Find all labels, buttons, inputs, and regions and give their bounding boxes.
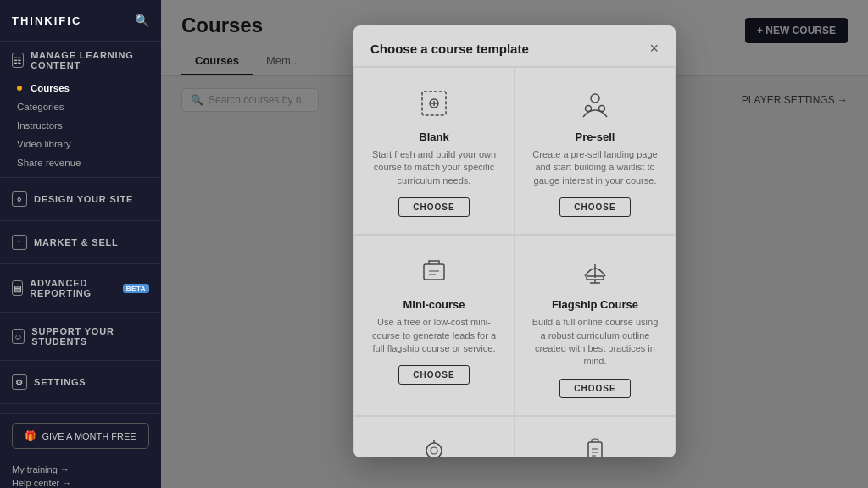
course-template-modal: Choose a course template ×: [353, 25, 676, 458]
blank-choose-button[interactable]: CHOOSE: [398, 197, 469, 217]
sidebar-item-reporting[interactable]: ▤ ADVANCED REPORTING BETA: [0, 269, 161, 307]
give-month-button[interactable]: 🎁 GIVE A MONTH FREE: [12, 423, 149, 449]
sidebar-item-share-revenue[interactable]: Share revenue: [0, 153, 161, 172]
minicourse-choose-button[interactable]: CHOOSE: [398, 365, 469, 385]
sidebar: THINKIFIC 🔍 ☷ MANAGE LEARNING CONTENT Co…: [0, 0, 161, 488]
sidebar-item-categories[interactable]: Categories: [0, 97, 161, 116]
market-icon: ↑: [12, 235, 27, 250]
membership-icon: [576, 434, 614, 458]
search-icon[interactable]: 🔍: [135, 14, 149, 27]
presell-desc: Create a pre-sell landing page and start…: [529, 148, 661, 187]
sidebar-item-courses[interactable]: Courses: [0, 79, 161, 97]
template-grid: Blank Start fresh and build your own cou…: [353, 67, 676, 458]
presell-choose-button[interactable]: CHOOSE: [559, 197, 630, 217]
blank-desc: Start fresh and build your own course to…: [368, 148, 500, 187]
sidebar-item-instructors[interactable]: Instructors: [0, 116, 161, 135]
webinar-icon: [415, 434, 453, 458]
template-membership[interactable]: Membership Resource Library Host downloa…: [515, 416, 676, 458]
settings-icon: ⚙: [12, 374, 27, 390]
sidebar-item-support[interactable]: ☺ SUPPORT YOUR STUDENTS: [0, 318, 161, 355]
main-content: Courses + NEW COURSE Courses Mem... 🔍 Se…: [161, 0, 868, 488]
template-webinar[interactable]: Webinar Replay Host your webinar replay …: [353, 416, 515, 458]
minicourse-desc: Use a free or low-cost mini-course to ge…: [368, 316, 500, 355]
template-flagship[interactable]: Flagship Course Build a full online cour…: [515, 235, 676, 416]
svg-point-4: [591, 94, 599, 103]
presell-name: Pre-sell: [576, 130, 615, 143]
modal-overlay: Choose a course template ×: [161, 0, 868, 488]
svg-point-15: [431, 447, 437, 454]
active-dot: [17, 86, 22, 91]
my-training-link[interactable]: My training →: [12, 464, 149, 474]
beta-badge: BETA: [123, 284, 149, 293]
design-icon: ◊: [12, 191, 27, 207]
manage-icon: ☷: [12, 53, 24, 68]
modal-body: Blank Start fresh and build your own cou…: [353, 67, 676, 458]
sidebar-item-design[interactable]: ◊ DESIGN YOUR SITE: [0, 183, 161, 215]
flagship-choose-button[interactable]: CHOOSE: [559, 379, 630, 398]
sidebar-footer: My training → Help center →: [0, 458, 161, 488]
modal-title: Choose a course template: [370, 42, 529, 56]
minicourse-icon: [415, 252, 453, 290]
sidebar-item-market[interactable]: ↑ MARKET & SELL: [0, 226, 161, 258]
sidebar-item-video-library[interactable]: Video library: [0, 135, 161, 153]
modal-header: Choose a course template ×: [353, 25, 676, 67]
flagship-desc: Build a full online course using a robus…: [529, 316, 661, 369]
sidebar-bottom: 🎁 GIVE A MONTH FREE: [0, 413, 161, 458]
svg-point-14: [426, 443, 442, 458]
minicourse-name: Mini-course: [403, 298, 465, 311]
presell-icon: [576, 85, 614, 122]
template-presell[interactable]: Pre-sell Create a pre-sell landing page …: [515, 67, 676, 235]
svg-rect-7: [424, 264, 444, 280]
reporting-icon: ▤: [12, 280, 23, 296]
app-logo: THINKIFIC: [12, 14, 81, 27]
flagship-name: Flagship Course: [552, 298, 638, 311]
template-blank[interactable]: Blank Start fresh and build your own cou…: [353, 67, 515, 235]
sidebar-nav: ☷ MANAGE LEARNING CONTENT Courses Catego…: [0, 42, 161, 413]
sidebar-header: THINKIFIC 🔍: [0, 0, 161, 42]
flagship-icon: [576, 252, 614, 290]
gift-icon: 🎁: [25, 430, 36, 441]
support-icon: ☺: [12, 329, 25, 344]
modal-close-button[interactable]: ×: [649, 41, 659, 56]
sidebar-item-settings[interactable]: ⚙ SETTINGS: [0, 366, 161, 398]
blank-name: Blank: [419, 130, 448, 143]
blank-icon: [415, 85, 453, 122]
template-minicourse[interactable]: Mini-course Use a free or low-cost mini-…: [353, 235, 515, 416]
sidebar-item-manage[interactable]: ☷ MANAGE LEARNING CONTENT: [0, 42, 161, 79]
help-center-link[interactable]: Help center →: [12, 478, 149, 488]
